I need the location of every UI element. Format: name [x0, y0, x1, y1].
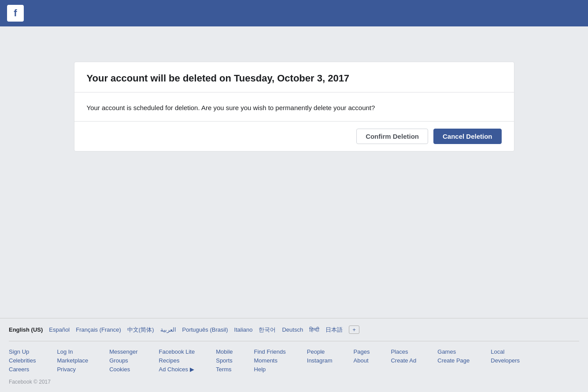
- lang-espanol[interactable]: Español: [49, 326, 70, 333]
- footer-col-6: Find Friends Moments Help: [254, 348, 286, 373]
- lang-hindi[interactable]: हिन्दी: [309, 326, 319, 333]
- lang-chinese[interactable]: 中文(简体): [127, 326, 154, 334]
- footer-link-games[interactable]: Games: [437, 348, 470, 355]
- dialog-body: Your account is scheduled for deletion. …: [74, 92, 514, 122]
- lang-deutsch[interactable]: Deutsch: [282, 326, 303, 333]
- lang-portuguese[interactable]: Português (Brasil): [182, 326, 228, 333]
- footer-link-sports[interactable]: Sports: [216, 357, 233, 364]
- footer-link-developers[interactable]: Developers: [491, 357, 520, 364]
- footer-link-signup[interactable]: Sign Up: [9, 348, 36, 355]
- footer-link-find-friends[interactable]: Find Friends: [254, 348, 286, 355]
- footer-col-10: Games Create Page: [437, 348, 470, 373]
- footer-col-9: Places Create Ad: [391, 348, 416, 373]
- footer-links: Sign Up Celebrities Careers Log In Marke…: [9, 348, 579, 373]
- header: f: [0, 0, 588, 26]
- footer-link-people[interactable]: People: [307, 348, 333, 355]
- footer-link-help[interactable]: Help: [254, 366, 286, 373]
- footer-col-2: Log In Marketplace Privacy: [57, 348, 88, 373]
- footer-col-1: Sign Up Celebrities Careers: [9, 348, 36, 373]
- dialog-title: Your account will be deleted on Tuesday,…: [74, 62, 514, 92]
- lang-english[interactable]: English (US): [9, 326, 43, 333]
- dialog-footer: Confirm Deletion Cancel Deletion: [74, 122, 514, 151]
- footer-link-about[interactable]: About: [354, 357, 370, 364]
- footer-link-create-page[interactable]: Create Page: [437, 357, 470, 364]
- footer-link-celebrities[interactable]: Celebrities: [9, 357, 36, 364]
- footer-col-4: Facebook Lite Recipes Ad Choices ▶: [159, 348, 195, 373]
- footer-col-8: Pages About: [354, 348, 370, 373]
- lang-francais[interactable]: Français (France): [76, 326, 121, 333]
- lang-arabic[interactable]: العربية: [160, 326, 176, 333]
- footer-link-cookies[interactable]: Cookies: [109, 366, 137, 373]
- lang-italiano[interactable]: Italiano: [234, 326, 253, 333]
- main-content: Your account will be deleted on Tuesday,…: [0, 26, 588, 318]
- facebook-logo[interactable]: f: [7, 5, 24, 22]
- footer-link-instagram[interactable]: Instagram: [307, 357, 333, 364]
- lang-korean[interactable]: 한국어: [259, 326, 276, 334]
- footer-link-careers[interactable]: Careers: [9, 366, 36, 373]
- footer-col-7: People Instagram: [307, 348, 333, 373]
- lang-japanese[interactable]: 日本語: [325, 326, 343, 334]
- footer-col-11: Local Developers: [491, 348, 520, 373]
- footer-link-facebook-lite[interactable]: Facebook Lite: [159, 348, 195, 355]
- footer-link-pages[interactable]: Pages: [354, 348, 370, 355]
- footer-link-local[interactable]: Local: [491, 348, 520, 355]
- footer-link-login[interactable]: Log In: [57, 348, 88, 355]
- more-languages-button[interactable]: +: [349, 325, 359, 334]
- dialog-card: Your account will be deleted on Tuesday,…: [74, 62, 514, 152]
- footer-col-3: Messenger Groups Cookies: [109, 348, 137, 373]
- footer-link-privacy[interactable]: Privacy: [57, 366, 88, 373]
- confirm-deletion-button[interactable]: Confirm Deletion: [356, 129, 428, 144]
- footer-link-mobile[interactable]: Mobile: [216, 348, 233, 355]
- dialog-message: Your account is scheduled for deletion. …: [87, 103, 502, 113]
- footer-link-messenger[interactable]: Messenger: [109, 348, 137, 355]
- footer-link-terms[interactable]: Terms: [216, 366, 233, 373]
- footer-link-places[interactable]: Places: [391, 348, 416, 355]
- footer-link-moments[interactable]: Moments: [254, 357, 286, 364]
- footer-col-5: Mobile Sports Terms: [216, 348, 233, 373]
- footer-link-marketplace[interactable]: Marketplace: [57, 357, 88, 364]
- footer: English (US) Español Français (France) 中…: [0, 318, 588, 392]
- footer-link-recipes[interactable]: Recipes: [159, 357, 195, 364]
- cancel-deletion-button[interactable]: Cancel Deletion: [433, 129, 502, 144]
- footer-languages: English (US) Español Français (France) 中…: [9, 325, 579, 341]
- footer-link-create-ad[interactable]: Create Ad: [391, 357, 416, 364]
- footer-link-ad-choices[interactable]: Ad Choices ▶: [159, 366, 195, 373]
- footer-copyright: Facebook © 2017: [9, 379, 579, 385]
- footer-link-groups[interactable]: Groups: [109, 357, 137, 364]
